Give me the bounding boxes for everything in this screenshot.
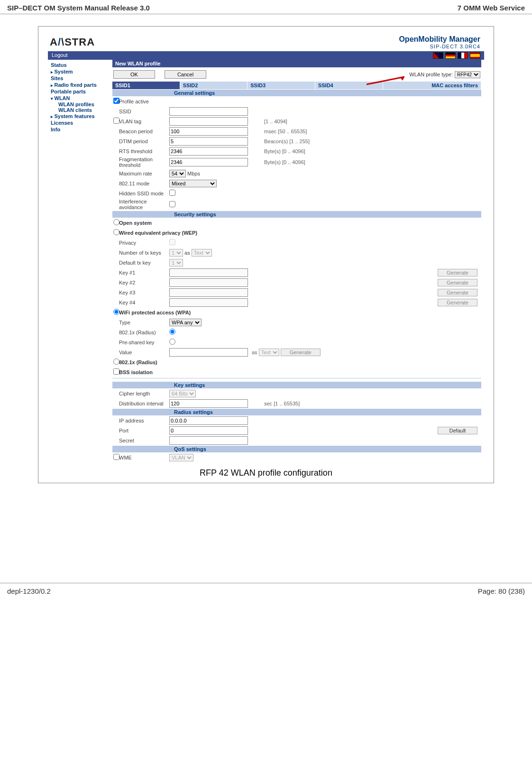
vlan-tag-input[interactable] [169,117,248,126]
cancel-button[interactable]: Cancel [165,70,206,79]
dist-interval-input[interactable] [169,399,248,408]
sidebar-item-licenses[interactable]: Licenses [51,120,112,126]
dist-interval-label: Distribution interval [119,401,169,406]
section-qos: QoS settings [112,446,481,452]
wme-select[interactable]: VLAN [169,454,193,461]
sidebar-item-wlan-clients[interactable]: WLAN clients [51,107,112,113]
button-row: OK Cancel WLAN profile type: RFP42 [112,67,481,82]
key4-input[interactable] [169,298,248,307]
beacon-period-input[interactable] [169,127,248,136]
footer-left: depl-1230/0.2 [7,587,51,595]
radius-only-label: 802.1x (Radius) [119,359,157,365]
key2-input[interactable] [169,278,248,287]
wpa-type-label: Type [119,320,169,325]
sidebar-item-sites[interactable]: Sites [51,75,112,82]
wep-label: Wired equivalent privacy (WEP) [119,230,197,236]
dtim-period-label: DTIM period [119,138,169,144]
value-label: Value [119,349,169,355]
tab-ssid3[interactable]: SSID3 [248,82,315,89]
ok-button[interactable]: OK [113,70,155,79]
frag-threshold-input[interactable] [169,158,248,166]
header-right: 7 OMM Web Service [458,4,525,12]
panel-title: New WLAN profile [112,60,481,67]
wpa-type-select[interactable]: WPA any [169,319,202,326]
header-left: SIP–DECT OM System Manual Release 3.0 [7,4,150,12]
sidebar-item-radio-fixed-parts[interactable]: Radio fixed parts [51,82,112,88]
rts-threshold-input[interactable] [169,147,248,156]
sidebar-item-wlan-profiles[interactable]: WLAN profiles [51,101,112,107]
wpa-radius-radio[interactable] [169,329,175,335]
language-flags [433,52,480,59]
app-topbar: A/AASTRA\STRA OpenMobility Manager SIP-D… [48,33,484,51]
svg-line-0 [367,77,404,84]
sidebar-item-portable-parts[interactable]: Portable parts [51,88,112,95]
flag-es-icon[interactable] [470,52,480,59]
key1-label: Key #1 [119,270,169,276]
key4-generate-button[interactable]: Generate [438,299,477,306]
mode-select[interactable]: Mixed [169,180,217,187]
footer-right: Page: 80 (238) [478,587,525,595]
ssid-label: SSID [119,109,169,114]
sidebar-item-system[interactable]: System [51,68,112,75]
logout-link[interactable]: Logout [52,52,68,59]
flag-de-icon[interactable] [445,52,456,59]
default-tx-key-select[interactable]: 1 [169,259,183,267]
aastra-logo: A/AASTRA\STRA [50,36,95,48]
brand-block: OpenMobility Manager SIP-DECT 3.0RC4 [399,35,480,49]
sidebar-item-wlan[interactable]: WLAN [51,95,112,101]
key3-generate-button[interactable]: Generate [438,289,477,296]
key1-generate-button[interactable]: Generate [438,269,477,276]
num-tx-keys-select[interactable]: 1 [169,249,183,257]
beacon-period-label: Beacon period [119,129,169,134]
cipher-select[interactable]: 64 Bits [169,390,196,397]
figure-caption: RFP 42 WLAN profile configuration [38,465,494,483]
tab-ssid1[interactable]: SSID1 [112,82,180,89]
value-generate-button[interactable]: Generate [281,349,321,356]
key1-input[interactable] [169,268,248,277]
flag-fr-icon[interactable] [458,52,468,59]
num-tx-type-select[interactable]: Text [192,249,212,257]
max-rate-label: Maximum rate [119,171,169,176]
dist-interval-hint: sec [1 .. 65535] [250,401,480,406]
figure-frame: A/AASTRA\STRA OpenMobility Manager SIP-D… [38,26,494,483]
key3-input[interactable] [169,288,248,297]
privacy-label: Privacy [119,240,169,246]
port-label: Port [119,428,169,433]
frag-threshold-label: Fragmentation threshold [119,156,169,168]
ip-input[interactable] [169,416,248,425]
rts-threshold-hint: Byte(s) [0 .. 4096] [250,148,480,154]
tab-ssid2[interactable]: SSID2 [180,82,248,89]
secret-input[interactable] [169,436,248,445]
sidebar: Status System Sites Radio fixed parts Po… [48,60,112,465]
interference-checkbox[interactable] [169,201,175,207]
port-default-button[interactable]: Default [438,427,477,434]
key2-generate-button[interactable]: Generate [438,279,477,286]
frag-threshold-hint: Byte(s) [0 .. 4096] [250,159,480,165]
profile-type-block: WLAN profile type: RFP42 [409,71,480,78]
value-type-select[interactable]: Text [259,349,279,356]
value-input[interactable] [169,348,248,357]
wme-label: WME [119,455,169,460]
ssid-input[interactable] [169,107,248,116]
port-input[interactable] [169,426,248,435]
profile-type-select[interactable]: RFP42 [455,71,480,78]
sidebar-item-info[interactable]: Info [51,126,112,133]
key3-label: Key #3 [119,290,169,295]
max-rate-unit: Mbps [187,171,200,176]
dtim-period-hint: Beacon(s) [1 .. 255] [250,138,480,144]
key4-label: Key #4 [119,300,169,305]
section-radius: Radius settings [112,409,481,415]
sidebar-item-status[interactable]: Status [51,62,112,68]
sidebar-item-system-features[interactable]: System features [51,113,112,120]
section-key: Key settings [112,382,481,388]
flag-uk-icon[interactable] [433,52,443,59]
hidden-ssid-checkbox[interactable] [169,190,175,196]
logout-bar: Logout [48,51,484,60]
cipher-label: Cipher length [119,391,169,396]
privacy-checkbox[interactable] [169,239,175,245]
brand-title: OpenMobility Manager [399,35,480,44]
app-shell: A/AASTRA\STRA OpenMobility Manager SIP-D… [48,33,484,465]
psk-radio[interactable] [169,339,175,345]
max-rate-select[interactable]: 54 [169,170,186,177]
dtim-period-input[interactable] [169,137,248,146]
